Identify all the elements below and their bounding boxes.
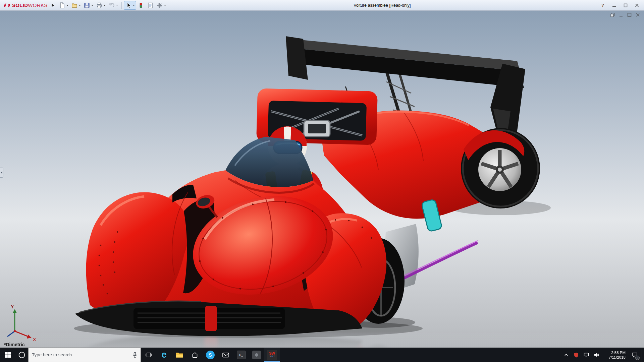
doc-minimize-button[interactable] [618, 12, 624, 17]
menu-expand-arrow-icon[interactable] [52, 4, 54, 7]
solidworks-logo[interactable]: SOLIDWORKS [1, 0, 50, 10]
taskbar-search[interactable] [28, 348, 141, 362]
clock-date: 7/11/2018 [609, 355, 626, 360]
sw-year: 2017 [269, 355, 275, 358]
start-button[interactable] [0, 348, 15, 362]
scene-canvas[interactable]: Y X [0, 11, 644, 348]
show-desktop-button[interactable] [642, 348, 644, 362]
sw-label: SW [269, 352, 275, 355]
window-title: Voiture assemblee [Read-only] [167, 3, 597, 8]
app-button[interactable] [249, 348, 264, 362]
doc-maximize-button[interactable] [627, 12, 632, 17]
print-caret-icon [104, 5, 106, 6]
reflection-fade [0, 331, 644, 348]
document-window-controls [610, 12, 641, 17]
minimize-icon [612, 3, 616, 7]
help-button[interactable]: ? [597, 0, 608, 10]
title-bar: SOLIDWORKS [0, 0, 644, 11]
undo-caret-icon [116, 5, 118, 6]
select-arrow-icon [125, 2, 132, 9]
command-prompt-icon: >_ [237, 351, 246, 359]
select-caret-icon [133, 5, 135, 6]
doc-restore-button[interactable] [610, 12, 615, 17]
print-icon [96, 2, 103, 9]
command-prompt-button[interactable]: >_ [233, 348, 249, 362]
skype-button[interactable]: S [203, 348, 218, 362]
edge-button[interactable]: e [156, 348, 172, 362]
store-bag-icon [192, 352, 198, 358]
brand-text-light: WORKS [28, 2, 47, 8]
open-button[interactable] [70, 1, 82, 10]
windows-logo-icon [5, 352, 11, 358]
undo-icon [108, 2, 115, 9]
taskbar-clock[interactable]: 2:58 PM 7/11/2018 [601, 348, 628, 362]
options-gear-icon [156, 2, 163, 9]
new-document-caret-icon [66, 5, 68, 6]
security-tray-button[interactable] [571, 348, 581, 362]
display-tray-button[interactable] [581, 348, 591, 362]
save-caret-icon [91, 5, 93, 6]
close-button[interactable] [631, 0, 643, 10]
close-icon [635, 3, 639, 7]
volume-icon [594, 353, 599, 357]
solidworks-swirl-icon [3, 2, 11, 8]
skype-icon: S [206, 351, 215, 359]
help-glyph: ? [601, 3, 604, 8]
chevron-left-icon [1, 171, 2, 174]
shield-icon [574, 352, 579, 358]
cortana-button[interactable] [15, 348, 28, 362]
solidworks-app-icon: SW 2017 [267, 350, 277, 360]
toolbar-separator [121, 2, 122, 9]
mail-icon [222, 352, 229, 358]
store-button[interactable] [187, 348, 203, 362]
new-document-icon [59, 2, 65, 9]
cortana-circle-icon [18, 351, 25, 359]
file-properties-icon [147, 2, 154, 9]
print-button[interactable] [95, 1, 107, 10]
file-explorer-button[interactable] [172, 348, 187, 362]
chevron-up-icon [564, 353, 569, 357]
maximize-icon [624, 3, 628, 7]
rebuild-stoplight-icon [138, 2, 144, 9]
app-icon [252, 351, 261, 359]
y-axis-label: Y [11, 304, 14, 309]
task-view-icon [145, 352, 152, 358]
action-center-button[interactable]: 2 [628, 348, 642, 362]
view-orientation-label: *Dimetric [4, 342, 24, 347]
save-button[interactable] [82, 1, 95, 10]
search-input[interactable] [32, 352, 130, 357]
new-document-button[interactable] [57, 1, 70, 10]
edge-icon: e [161, 350, 166, 359]
file-explorer-icon [175, 352, 183, 358]
skype-glyph: S [209, 352, 212, 358]
file-properties-button[interactable] [146, 1, 155, 10]
solidworks-taskbar-button[interactable]: SW 2017 [264, 348, 280, 362]
x-axis-label: X [33, 337, 36, 342]
select-button[interactable] [124, 1, 136, 10]
tray-expand-button[interactable] [561, 348, 571, 362]
open-caret-icon [79, 5, 81, 6]
cmd-glyph: >_ [239, 353, 243, 357]
undo-button[interactable] [107, 1, 119, 10]
save-floppy-icon [84, 2, 90, 9]
doc-close-button[interactable] [635, 12, 641, 17]
taskbar: e S >_ SW 2017 [0, 348, 644, 362]
open-folder-icon [71, 2, 78, 9]
minimize-button[interactable] [608, 0, 620, 10]
display-icon [584, 353, 589, 357]
clock-time: 2:58 PM [611, 350, 626, 355]
options-button[interactable] [155, 1, 167, 10]
notification-badge: 2 [635, 356, 640, 360]
microphone-icon[interactable] [132, 352, 137, 358]
system-tray: 2:58 PM 7/11/2018 2 [561, 348, 644, 362]
brand-text-bold: SOLID [12, 2, 28, 8]
options-caret-icon [164, 5, 166, 6]
graphics-viewport[interactable]: Y X *Dimetric [0, 11, 644, 348]
volume-tray-button[interactable] [591, 348, 601, 362]
rebuild-button[interactable] [136, 1, 146, 10]
maximize-button[interactable] [620, 0, 631, 10]
mail-button[interactable] [218, 348, 233, 362]
task-view-button[interactable] [141, 348, 156, 362]
panel-collapse-tab[interactable] [0, 168, 3, 178]
